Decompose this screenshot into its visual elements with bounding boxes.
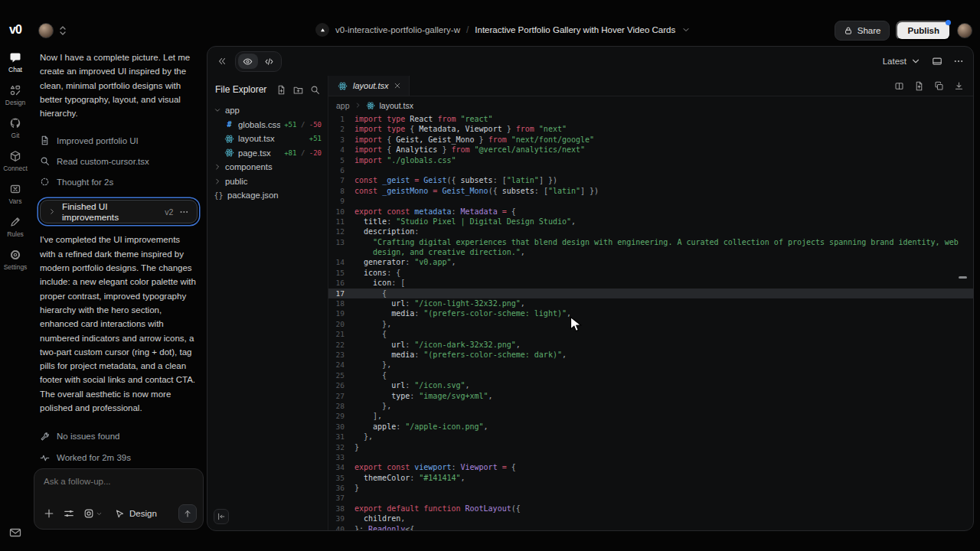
- close-tab-icon[interactable]: [394, 82, 401, 90]
- collapse-explorer-button[interactable]: [214, 509, 229, 524]
- code-line-8: 8const _geistMono = Geist_Mono({ subsets…: [328, 186, 973, 196]
- new-file-icon[interactable]: [276, 85, 286, 95]
- project-icon[interactable]: [315, 23, 329, 37]
- workspace-avatar[interactable]: [38, 23, 54, 38]
- code-line-14: 14 generator: "v0.app",: [328, 257, 973, 267]
- json-file-icon: {}: [214, 191, 224, 201]
- rail-item-rules[interactable]: Rules: [0, 210, 31, 243]
- file-explorer: File Explorer app #globals.css+51 / -50 …: [207, 76, 328, 530]
- chevron-down-icon[interactable]: [681, 25, 691, 34]
- new-folder-icon[interactable]: [293, 85, 303, 95]
- settings-sliders-icon[interactable]: [64, 508, 74, 519]
- download-icon[interactable]: [954, 81, 964, 91]
- css-file-icon: #: [224, 119, 234, 129]
- rail-item-settings[interactable]: Settings: [0, 243, 31, 276]
- version-selector[interactable]: Latest: [883, 56, 921, 67]
- breadcrumb-project[interactable]: v0-interactive-portfolio-gallery-w: [335, 25, 460, 34]
- code-line-34: 34export const viewport: Viewport = {: [328, 462, 973, 472]
- status-list: No issues found Worked for 2m 39s: [40, 425, 198, 468]
- rail-item-vars[interactable]: Vars: [0, 178, 31, 210]
- scope-icon: [83, 508, 94, 519]
- export-file-icon[interactable]: [914, 81, 924, 91]
- tree-item-page-tsx[interactable]: page.tsx+81 / -20: [207, 146, 328, 161]
- code-line-38: 38export default function RootLayout({: [328, 504, 973, 514]
- breadcrumb-file[interactable]: layout.tsx: [380, 101, 413, 110]
- status-row-worked-for-2m-39s[interactable]: Worked for 2m 39s: [40, 447, 198, 468]
- task-row-improved-portfolio-ui[interactable]: Improved portfolio UI: [40, 130, 198, 151]
- rail-item-chat[interactable]: Chat: [0, 46, 31, 79]
- code-line-39: 39 children,: [328, 514, 973, 523]
- task-row-read-custom-cursor-tsx[interactable]: Read custom-cursor.tsx: [40, 151, 198, 171]
- chevron-right-icon: [214, 163, 221, 171]
- react-file-icon: [224, 148, 234, 158]
- breadcrumb-chat-title[interactable]: Interactive Portfolio Gallery with Hover…: [475, 25, 675, 34]
- search-files-icon[interactable]: [310, 85, 320, 95]
- publish-button[interactable]: Publish: [896, 21, 951, 41]
- more-options-icon[interactable]: [179, 207, 189, 217]
- chevron-right-icon: [214, 178, 221, 185]
- top-bar: v0 v0-interactive-portfolio-gallery-w / …: [0, 0, 980, 46]
- copy-code-icon[interactable]: [934, 81, 944, 91]
- editor-tabbar: layout.tsx: [328, 76, 973, 96]
- tab-layout-tsx[interactable]: layout.tsx: [328, 76, 410, 96]
- split-editor-icon[interactable]: [894, 81, 904, 91]
- code-line-33: 33: [328, 452, 973, 462]
- browser-window-icon[interactable]: [932, 56, 942, 67]
- publish-notification-dot: [946, 20, 951, 25]
- tree-item-layout-tsx[interactable]: layout.tsx+51: [207, 132, 328, 146]
- code-line-29: 29 ],: [328, 411, 973, 421]
- code-area[interactable]: 1import type React from "react" 2import …: [328, 114, 973, 530]
- task-row-thought-for-2s[interactable]: Thought for 2s: [40, 171, 198, 192]
- pulse-icon: [40, 453, 50, 463]
- assistant-message-1: Now I have a complete picture. Let me cr…: [40, 51, 198, 120]
- chevron-down-icon: [96, 510, 103, 517]
- send-button[interactable]: [178, 504, 197, 523]
- share-button[interactable]: Share: [835, 21, 890, 41]
- tree-item-components[interactable]: components: [207, 160, 328, 174]
- followup-input[interactable]: Ask a follow-up... Design: [34, 468, 204, 530]
- mail-icon[interactable]: [9, 527, 21, 539]
- preview-toggle[interactable]: [238, 54, 258, 69]
- breadcrumb-folder[interactable]: app: [336, 101, 350, 110]
- tree-item-app[interactable]: app: [207, 103, 328, 118]
- code-line-37: 37: [328, 493, 973, 503]
- v0-logo[interactable]: v0: [9, 23, 21, 37]
- chat-panel: Now I have a complete picture. Let me cr…: [31, 46, 207, 551]
- add-attachment-icon[interactable]: [44, 508, 54, 519]
- rail-item-connect[interactable]: Connect: [0, 145, 31, 178]
- rules-icon: [9, 216, 21, 228]
- code-line-1: 1import type React from "react": [328, 114, 973, 124]
- file-tree: app #globals.css+51 / -50 layout.tsx+51 …: [207, 103, 328, 203]
- rail-item-design[interactable]: Design: [0, 79, 31, 112]
- tree-item-public[interactable]: public: [207, 174, 328, 189]
- design-mode-button[interactable]: Design: [115, 509, 157, 519]
- code-toggle[interactable]: [260, 54, 279, 69]
- code-line-10: 10export const metadata: Metadata = {: [328, 207, 973, 217]
- scrollbar-thumb[interactable]: [959, 276, 967, 279]
- tree-item-globals-css[interactable]: #globals.css+51 / -50: [207, 118, 328, 132]
- code-line-4: 4import { Analytics } from "@vercel/anal…: [328, 145, 973, 155]
- account-switcher-icon[interactable]: [58, 24, 67, 37]
- panel-more-icon[interactable]: [953, 56, 964, 67]
- gear-icon: [9, 249, 21, 261]
- collapse-panel-icon[interactable]: [217, 56, 227, 67]
- code-line-30: 30 apple: "/apple-icon.png",: [328, 422, 973, 432]
- search-icon: [40, 156, 50, 166]
- react-file-icon: [366, 101, 375, 110]
- chevron-right-icon: [354, 102, 361, 109]
- diff-badge: +51 / -50: [284, 121, 322, 129]
- left-rail: Chat Design Git Connect Vars Rules Setti…: [0, 46, 31, 551]
- lock-icon: [844, 26, 853, 35]
- eye-icon: [243, 57, 253, 67]
- diff-badge: +51: [309, 135, 322, 142]
- tree-item-package-json[interactable]: {}package.json: [207, 188, 328, 203]
- code-editor: layout.tsx app layout.tsx 1import type R…: [328, 76, 973, 530]
- rail-item-git[interactable]: Git: [0, 112, 31, 145]
- code-line-16: 16 icon: [: [328, 278, 973, 288]
- code-line-wrap: design, and creative direction.",: [328, 247, 973, 257]
- finished-ui-improvements-card[interactable]: Finished UI improvements v2: [40, 200, 198, 223]
- model-scope-selector[interactable]: [83, 508, 103, 519]
- breadcrumb-separator: /: [466, 24, 469, 35]
- status-row-no-issues-found[interactable]: No issues found: [40, 425, 198, 447]
- user-avatar[interactable]: [957, 23, 972, 38]
